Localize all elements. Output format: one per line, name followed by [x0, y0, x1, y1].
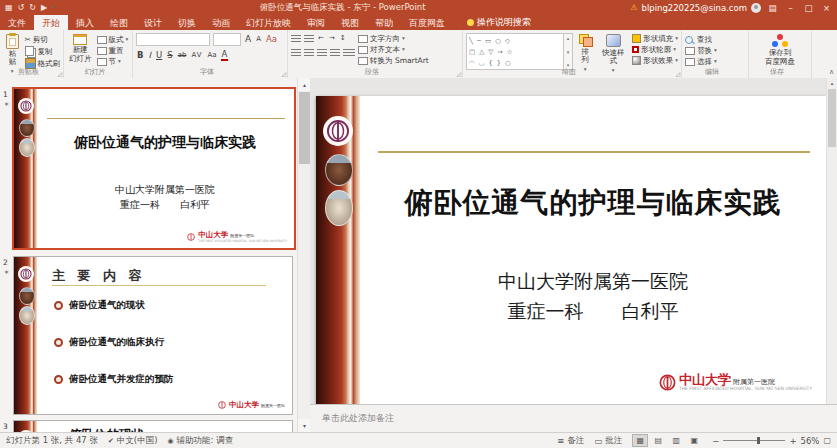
comments-toggle[interactable]: ▭ 批注	[594, 435, 622, 447]
tab-design[interactable]: 设计	[136, 15, 170, 30]
slide-subtitle-textbox[interactable]: 中山大学附属第一医院 重症一科 白利平	[364, 266, 822, 327]
slideshow-button[interactable]: ▣	[686, 434, 702, 447]
section-button[interactable]: 节 ▾	[97, 57, 129, 66]
thumbnail-panel-scrollbar[interactable]: ▴ ▾	[297, 78, 311, 432]
minimize-button[interactable]: –	[783, 3, 798, 13]
drawing-dialog-launcher-icon[interactable]: ◿	[675, 70, 680, 77]
font-name-select[interactable]	[136, 33, 210, 46]
find-button[interactable]: 查找	[685, 35, 717, 44]
zoom-out-button[interactable]: −	[712, 436, 719, 446]
scrollbar-thumb[interactable]	[828, 89, 836, 147]
save-to-baidu-button[interactable]: 保存到 百度网盘	[763, 33, 797, 68]
tell-me-search[interactable]: 操作说明搜索	[467, 15, 531, 30]
slide-counter[interactable]: 幻灯片第 1 张, 共 47 张	[6, 435, 98, 447]
notes-toggle[interactable]: ≡ 备注	[557, 435, 584, 447]
shape-fill-button[interactable]: 形状填充 ▾	[632, 34, 678, 43]
scrollbar-thumb[interactable]	[299, 92, 310, 164]
font-dialog-launcher-icon[interactable]: ◿	[281, 70, 286, 77]
ribbon-display-options-icon[interactable]: ▤	[765, 3, 780, 13]
replace-button[interactable]: 替换 ▾	[685, 46, 717, 55]
tab-home[interactable]: 开始	[34, 15, 68, 30]
align-text-button[interactable]: 对齐文本 ▾	[358, 45, 429, 54]
strikethrough-button[interactable]: S	[166, 50, 173, 61]
copy-button[interactable]: 复制	[25, 46, 61, 56]
notes-pane[interactable]: 单击此处添加备注	[310, 404, 837, 432]
close-button[interactable]: ×	[819, 3, 834, 13]
shapes-scroll-down-icon[interactable]: ▾	[567, 49, 570, 55]
shape-outline-button[interactable]: 形状轮廓 ▾	[632, 45, 678, 54]
shrink-font-button[interactable]: A	[255, 34, 262, 45]
font-color-button[interactable]: A	[221, 50, 229, 61]
restore-button[interactable]: □	[801, 3, 816, 13]
text-shadow-button[interactable]: ab	[177, 50, 188, 61]
decrease-indent-icon[interactable]: ←	[317, 33, 325, 44]
shapes-gallery[interactable]: ╲ ─ ▭ ○ ◇ □ △ ▽ → ☆ ◠ ◡ { } ○	[466, 33, 564, 70]
zoom-in-button[interactable]: +	[789, 436, 796, 446]
shape-effects-button[interactable]: 形状效果 ▾	[632, 56, 678, 65]
align-center-icon[interactable]	[304, 49, 314, 57]
paragraph-dialog-launcher-icon[interactable]: ◿	[456, 70, 461, 77]
tab-help[interactable]: 帮助	[367, 15, 401, 30]
tab-baidu-netdisk[interactable]: 百度网盘	[401, 15, 453, 30]
tab-animations[interactable]: 动画	[204, 15, 238, 30]
select-button[interactable]: 选择 ▾	[685, 57, 717, 66]
bold-button[interactable]: B	[136, 50, 144, 61]
zoom-slider-handle[interactable]	[757, 437, 760, 444]
tab-view[interactable]: 视图	[333, 15, 367, 30]
columns-icon[interactable]	[343, 49, 355, 57]
zoom-slider[interactable]	[723, 440, 785, 441]
underline-button[interactable]: U	[155, 50, 163, 61]
zoom-level[interactable]: 56%	[801, 436, 820, 446]
spell-check-status[interactable]: ✔ 中文(中国)	[108, 435, 158, 447]
tab-draw[interactable]: 绘图	[102, 15, 136, 30]
line-spacing-icon[interactable]: ↕	[339, 33, 347, 44]
accessibility-status[interactable]: ◉ 辅助功能: 调查	[167, 435, 233, 447]
start-slideshow-icon[interactable]: ▶	[41, 0, 47, 15]
slide-thumbnail-1[interactable]: 俯卧位通气的护理与临床实践 中山大学附属第一医院 重症一科 白利平 中山大学附属…	[12, 87, 296, 250]
avatar[interactable]	[751, 3, 761, 13]
smartart-button[interactable]: 转换为 SmartArt	[358, 56, 429, 65]
qat-more-icon[interactable]: ▾	[52, 0, 55, 15]
cut-button[interactable]: ✂ 剪切	[25, 35, 61, 44]
shapes-scroll-up-icon[interactable]: ▴	[567, 35, 570, 41]
slide-title-textbox[interactable]: 俯卧位通气的护理与临床实践	[364, 184, 822, 222]
fit-slide-button[interactable]: ▢	[823, 436, 831, 445]
clipboard-dialog-launcher-icon[interactable]: ◿	[57, 70, 62, 77]
justify-icon[interactable]	[330, 49, 340, 57]
slide-thumbnail-3[interactable]: 一、俯卧位的现状	[13, 420, 293, 432]
text-direction-button[interactable]: 文字方向 ▾	[358, 34, 429, 43]
reading-view-button[interactable]: ▥	[668, 434, 684, 447]
shapes-gallery-scroll[interactable]: ▴ ▾ ▾	[564, 33, 573, 70]
increase-indent-icon[interactable]: →	[328, 33, 336, 44]
undo-icon[interactable]: ↺	[18, 0, 25, 15]
redo-icon[interactable]: ↻	[29, 0, 36, 15]
save-icon[interactable]: ▦	[5, 0, 13, 15]
align-right-icon[interactable]	[317, 49, 327, 57]
collapse-ribbon-icon[interactable]: ∧	[829, 68, 834, 76]
tab-insert[interactable]: 插入	[68, 15, 102, 30]
layout-button[interactable]: 版式 ▾	[97, 35, 129, 44]
normal-view-button[interactable]: ▦	[632, 434, 648, 447]
sync-warning-icon[interactable]: ⚠	[630, 3, 637, 12]
grow-font-button[interactable]: A	[244, 34, 252, 45]
tab-review[interactable]: 审阅	[299, 15, 333, 30]
italic-button[interactable]: I	[147, 50, 152, 61]
tab-file[interactable]: 文件	[0, 15, 34, 30]
character-spacing-button[interactable]: AV	[190, 50, 203, 61]
slide-area-scrollbar[interactable]: ▴	[826, 78, 837, 404]
slide-sorter-view-button[interactable]: ▤	[650, 434, 666, 447]
account-email[interactable]: blping220225@sina.com	[642, 3, 748, 13]
align-left-icon[interactable]	[291, 49, 301, 57]
numbering-icon[interactable]	[304, 35, 314, 43]
clear-formatting-button[interactable]: Aa	[265, 34, 278, 45]
current-slide[interactable]: 俯卧位通气的护理与临床实践 中山大学附属第一医院 重症一科 白利平 中山大学附属…	[316, 96, 826, 404]
tab-slideshow[interactable]: 幻灯片放映	[238, 15, 299, 30]
slide-canvas[interactable]: 俯卧位通气的护理与临床实践 中山大学附属第一医院 重症一科 白利平 中山大学附属…	[310, 78, 837, 404]
new-slide-button[interactable]: 新建 幻灯片	[67, 33, 94, 65]
scroll-up-icon[interactable]: ▴	[827, 78, 837, 88]
tab-transitions[interactable]: 切换	[170, 15, 204, 30]
reset-button[interactable]: 重置	[97, 46, 129, 55]
font-size-select[interactable]	[213, 33, 241, 46]
slide-thumbnail-2[interactable]: 主 要 内 容 俯卧位通气的现状 俯卧位通气的临床执行 俯卧位通气并发症的预防 …	[13, 256, 293, 415]
bullets-icon[interactable]	[291, 35, 301, 43]
